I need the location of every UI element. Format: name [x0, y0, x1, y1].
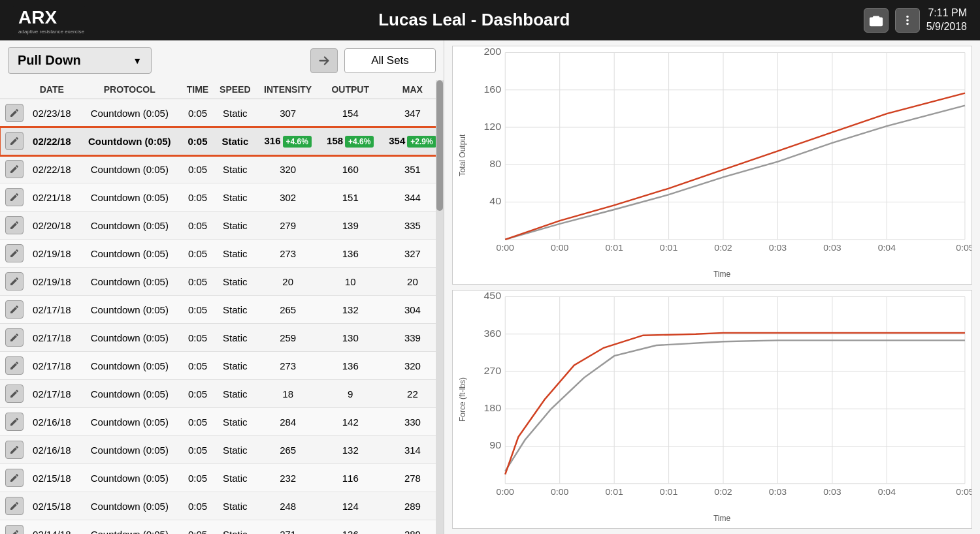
table-row: 02/17/18Countdown (0:05)0:05Static265132…: [0, 296, 444, 324]
cell-speed: Static: [214, 436, 257, 464]
edit-row-button[interactable]: [5, 385, 24, 403]
exercise-selector[interactable]: Pull Down ▼: [8, 47, 152, 74]
cell-intensity: 20: [257, 268, 319, 296]
table-row: 02/23/18Countdown (0:05)0:05Static307154…: [0, 99, 444, 127]
col-speed: SPEED: [214, 80, 257, 99]
svg-text:0:00: 0:00: [551, 487, 569, 497]
cell-speed: Static: [214, 492, 257, 520]
cell-protocol: Countdown (0:05): [78, 408, 182, 436]
svg-text:40: 40: [489, 196, 501, 207]
svg-text:0:01: 0:01: [660, 487, 678, 497]
cell-protocol: Countdown (0:05): [78, 520, 182, 535]
edit-row-button[interactable]: [5, 244, 24, 262]
svg-text:0:03: 0:03: [823, 243, 841, 253]
cell-output: 151: [319, 183, 382, 212]
cell-max: 320: [382, 352, 444, 380]
svg-text:0:01: 0:01: [660, 243, 678, 253]
all-sets-button[interactable]: All Sets: [344, 48, 436, 73]
cell-speed: Static: [214, 520, 257, 535]
cell-protocol: Countdown (0:05): [78, 436, 182, 464]
cell-intensity: 271: [257, 520, 319, 535]
menu-button[interactable]: [895, 8, 920, 33]
cell-output: 132: [319, 436, 382, 464]
bottom-chart-x-label: Time: [472, 509, 972, 528]
svg-text:270: 270: [483, 365, 501, 376]
cell-date: 02/15/18: [26, 464, 78, 492]
cell-time: 0:05: [182, 492, 214, 520]
cell-intensity: 302: [257, 183, 319, 212]
svg-text:0:04: 0:04: [878, 487, 896, 497]
edit-row-button[interactable]: [5, 272, 24, 291]
edit-row-button[interactable]: [5, 216, 24, 234]
cell-intensity: 18: [257, 380, 319, 408]
edit-row-button[interactable]: [5, 132, 24, 150]
edit-row-button[interactable]: [5, 160, 24, 178]
table-row: 02/20/18Countdown (0:05)0:05Static279139…: [0, 212, 444, 240]
edit-row-button[interactable]: [5, 441, 24, 459]
cell-date: 02/17/18: [26, 380, 78, 408]
cell-max: 351: [382, 155, 444, 183]
arx-logo: ARX adaptive resistance exercise: [13, 4, 85, 37]
forward-arrow-button[interactable]: [310, 48, 338, 73]
edit-row-button[interactable]: [5, 469, 24, 487]
svg-text:0:00: 0:00: [551, 243, 569, 253]
workout-table: DATE PROTOCOL TIME SPEED INTENSITY OUTPU…: [0, 80, 444, 534]
table-row: 02/17/18Countdown (0:05)0:05Static259130…: [0, 324, 444, 352]
svg-text:0:03: 0:03: [769, 243, 787, 253]
cell-protocol: Countdown (0:05): [78, 324, 182, 352]
col-edit: [0, 80, 26, 99]
cell-time: 0:05: [182, 520, 214, 535]
cell-protocol: Countdown (0:05): [78, 352, 182, 380]
chevron-down-icon: ▼: [133, 55, 142, 66]
cell-output: 142: [319, 408, 382, 436]
cell-time: 0:05: [182, 155, 214, 183]
cell-max: 344: [382, 183, 444, 212]
svg-text:0:00: 0:00: [497, 243, 515, 253]
cell-max: 278: [382, 464, 444, 492]
edit-row-button[interactable]: [5, 188, 24, 206]
edit-row-button[interactable]: [5, 413, 24, 431]
cell-protocol: Countdown (0:05): [78, 212, 182, 240]
cell-time: 0:05: [182, 380, 214, 408]
cell-output: 158+4.6%: [319, 127, 382, 155]
edit-row-button[interactable]: [5, 104, 24, 122]
edit-row-button[interactable]: [5, 356, 24, 375]
right-panel: Total Output: [444, 40, 980, 534]
cell-output: 154: [319, 99, 382, 127]
cell-protocol: Countdown (0:05): [78, 99, 182, 127]
svg-text:160: 160: [483, 84, 501, 95]
edit-row-button[interactable]: [5, 328, 24, 347]
cell-time: 0:05: [182, 436, 214, 464]
cell-speed: Static: [214, 268, 257, 296]
cell-date: 02/22/18: [26, 127, 78, 155]
cell-protocol: Countdown (0:05): [78, 183, 182, 212]
edit-row-button[interactable]: [5, 300, 24, 319]
cell-speed: Static: [214, 324, 257, 352]
cell-time: 0:05: [182, 212, 214, 240]
cell-max: 330: [382, 408, 444, 436]
scroll-thumb[interactable]: [436, 80, 443, 211]
cell-protocol: Countdown (0:05): [78, 240, 182, 268]
cell-max: 335: [382, 212, 444, 240]
cell-speed: Static: [214, 99, 257, 127]
header-actions: 7:11 PM 5/9/2018: [864, 7, 967, 34]
top-chart-x-label: Time: [472, 264, 972, 284]
svg-text:200: 200: [483, 46, 501, 57]
camera-button[interactable]: [864, 8, 889, 33]
edit-row-button[interactable]: [5, 497, 24, 515]
cell-max: 22: [382, 380, 444, 408]
scroll-track[interactable]: [436, 80, 444, 534]
cell-intensity: 273: [257, 352, 319, 380]
edit-row-button[interactable]: [5, 525, 24, 534]
svg-text:180: 180: [483, 403, 501, 414]
bottom-chart-area: 450 360 270 180 90 0:00 0:00 0:01 0:01 0…: [472, 291, 972, 509]
svg-text:0:02: 0:02: [714, 243, 732, 253]
cell-intensity: 232: [257, 464, 319, 492]
cell-intensity: 316+4.6%: [257, 127, 319, 155]
cell-intensity: 279: [257, 212, 319, 240]
cell-protocol: Countdown (0:05): [78, 492, 182, 520]
svg-text:adaptive resistance exercise: adaptive resistance exercise: [18, 29, 84, 35]
cell-date: 02/21/18: [26, 183, 78, 212]
cell-time: 0:05: [182, 352, 214, 380]
cell-date: 02/16/18: [26, 408, 78, 436]
